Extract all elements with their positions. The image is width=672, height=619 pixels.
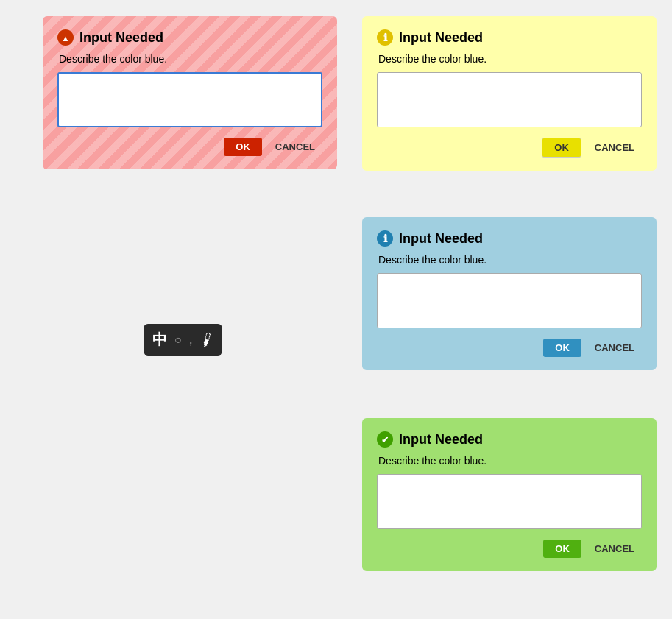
green-dialog-title: Input Needed (399, 432, 483, 448)
brush-icon: 🖌 (197, 330, 216, 350)
yellow-dialog-textarea[interactable] (377, 72, 642, 127)
red-dialog-header: Input Needed (57, 29, 322, 46)
yellow-ok-button[interactable]: OK (542, 138, 581, 158)
toolbar-chinese-char: 中 (152, 330, 167, 350)
divider (0, 258, 361, 258)
blue-dialog-buttons: OK CANCEL (377, 339, 642, 357)
blue-dialog: Input Needed Describe the color blue. OK… (362, 217, 657, 370)
yellow-dialog-header: Input Needed (377, 29, 642, 46)
toolbar-dot: ○ (174, 333, 182, 347)
red-dialog-textarea[interactable] (57, 72, 322, 127)
red-dialog: Input Needed Describe the color blue. OK… (43, 16, 337, 169)
info-symbol (383, 32, 387, 43)
green-dialog-description: Describe the color blue. (377, 455, 642, 467)
yellow-dialog-buttons: OK CANCEL (377, 138, 642, 158)
yellow-info-icon (377, 29, 393, 46)
green-dialog: Input Needed Describe the color blue. OK… (362, 418, 657, 571)
check-symbol (381, 434, 389, 445)
blue-dialog-header: Input Needed (377, 230, 642, 247)
red-warning-icon (57, 29, 74, 46)
green-dialog-buttons: OK CANCEL (377, 540, 642, 558)
toolbar-comma: , (189, 332, 193, 347)
yellow-dialog-description: Describe the color blue. (377, 53, 642, 65)
warning-symbol (62, 32, 70, 43)
toolbar-widget: 中 ○ , 🖌 (144, 324, 222, 356)
yellow-dialog-title: Input Needed (399, 30, 483, 46)
blue-ok-button[interactable]: OK (543, 339, 581, 357)
green-check-icon (377, 431, 393, 448)
green-dialog-textarea[interactable] (377, 474, 642, 529)
blue-cancel-button[interactable]: CANCEL (587, 339, 642, 357)
red-cancel-button[interactable]: CANCEL (268, 138, 322, 156)
green-cancel-button[interactable]: CANCEL (587, 540, 642, 558)
blue-dialog-textarea[interactable] (377, 273, 642, 328)
blue-dialog-description: Describe the color blue. (377, 254, 642, 266)
green-ok-button[interactable]: OK (543, 540, 581, 558)
yellow-dialog: Input Needed Describe the color blue. OK… (362, 16, 657, 171)
info-symbol-blue (383, 233, 387, 244)
red-dialog-title: Input Needed (79, 30, 163, 46)
blue-info-icon (377, 230, 393, 247)
red-ok-button[interactable]: OK (224, 138, 262, 156)
red-dialog-description: Describe the color blue. (57, 53, 322, 65)
blue-dialog-title: Input Needed (399, 231, 483, 247)
green-dialog-header: Input Needed (377, 431, 642, 448)
yellow-cancel-button[interactable]: CANCEL (587, 138, 642, 157)
red-dialog-buttons: OK CANCEL (57, 138, 322, 156)
